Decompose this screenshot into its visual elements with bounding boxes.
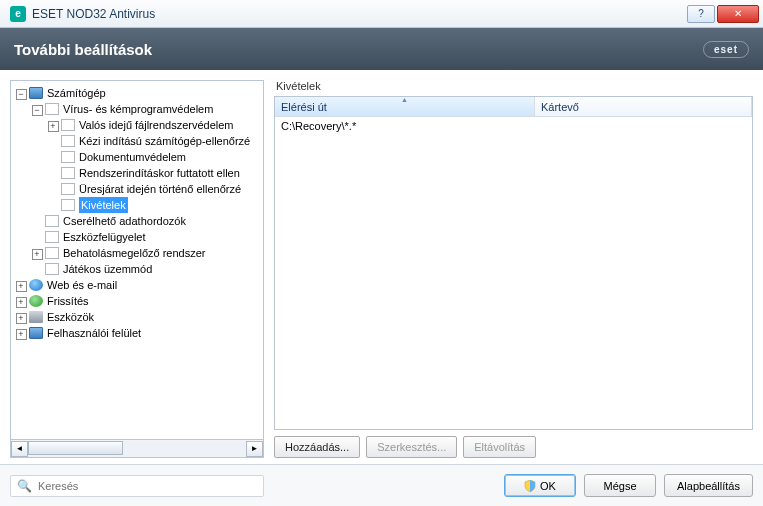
search-input[interactable] — [38, 480, 257, 492]
tools-icon — [29, 311, 43, 323]
page-icon — [61, 119, 75, 131]
page-icon — [45, 103, 59, 115]
footer: 🔍 OK Mégse Alapbeállítás — [0, 464, 763, 506]
window-title: ESET NOD32 Antivirus — [32, 7, 155, 21]
cell-path: C:\Recovery\*.* — [275, 118, 535, 134]
page-icon — [45, 215, 59, 227]
tree-pane: − Számítógép − Vírus- és kémprogramvédel… — [0, 70, 270, 464]
titlebar: e ESET NOD32 Antivirus ? ✕ — [0, 0, 763, 28]
shield-icon — [524, 480, 536, 492]
close-button[interactable]: ✕ — [717, 5, 759, 23]
cell-threat — [535, 124, 752, 128]
expand-icon[interactable]: + — [16, 313, 27, 324]
ok-button[interactable]: OK — [504, 474, 576, 497]
tree-node-hips[interactable]: + Behatolásmegelőző rendszer — [13, 245, 261, 261]
tree-node-computer[interactable]: − Számítógép — [13, 85, 261, 101]
tree-node-realtime[interactable]: + Valós idejű fájlrendszervédelem — [13, 117, 261, 133]
page-icon — [61, 151, 75, 163]
column-path[interactable]: Elérési út — [275, 97, 535, 116]
scroll-thumb[interactable] — [28, 441, 123, 455]
tree-node-removable[interactable]: Cserélhető adathordozók — [13, 213, 261, 229]
list-row[interactable]: C:\Recovery\*.* — [275, 117, 752, 135]
tree-node-web[interactable]: + Web és e-mail — [13, 277, 261, 293]
page-icon — [61, 183, 75, 195]
expand-icon[interactable]: + — [16, 329, 27, 340]
search-icon: 🔍 — [17, 479, 32, 493]
expand-icon[interactable]: + — [16, 281, 27, 292]
tree-node-exceptions[interactable]: Kivételek — [13, 197, 261, 213]
header: További beállítások eset — [0, 28, 763, 70]
collapse-icon[interactable]: − — [16, 89, 27, 100]
monitor-icon — [29, 87, 43, 99]
tree-node-ui[interactable]: + Felhasználói felület — [13, 325, 261, 341]
tree-node-manual[interactable]: Kézi indítású számítógép-ellenőrzé — [13, 133, 261, 149]
list-header: Elérési út Kártevő — [275, 97, 752, 117]
scroll-right-button[interactable]: ► — [246, 441, 263, 457]
page-icon — [61, 167, 75, 179]
page-icon — [45, 247, 59, 259]
expand-icon[interactable]: + — [48, 121, 59, 132]
cancel-button[interactable]: Mégse — [584, 474, 656, 497]
page-icon — [61, 135, 75, 147]
help-button[interactable]: ? — [687, 5, 715, 23]
tree-node-update[interactable]: + Frissítés — [13, 293, 261, 309]
remove-button[interactable]: Eltávolítás — [463, 436, 536, 458]
default-button[interactable]: Alapbeállítás — [664, 474, 753, 497]
group-label: Kivételek — [274, 80, 753, 92]
content-pane: Kivételek Elérési út Kártevő C:\Recovery… — [270, 70, 763, 464]
tree-node-tools[interactable]: + Eszközök — [13, 309, 261, 325]
expand-icon[interactable]: + — [32, 249, 43, 260]
page-icon — [45, 231, 59, 243]
column-threat[interactable]: Kártevő — [535, 97, 752, 116]
page-title: További beállítások — [14, 41, 152, 58]
tree-hscrollbar[interactable]: ◄ ► — [10, 440, 264, 458]
eset-logo: eset — [703, 41, 749, 58]
refresh-icon — [29, 295, 43, 307]
tree-node-docprot[interactable]: Dokumentumvédelem — [13, 149, 261, 165]
add-button[interactable]: Hozzáadás... — [274, 436, 360, 458]
monitor-icon — [29, 327, 43, 339]
edit-button[interactable]: Szerkesztés... — [366, 436, 457, 458]
scroll-left-button[interactable]: ◄ — [11, 441, 28, 457]
tree-node-device[interactable]: Eszközfelügyelet — [13, 229, 261, 245]
collapse-icon[interactable]: − — [32, 105, 43, 116]
search-box[interactable]: 🔍 — [10, 475, 264, 497]
tree-node-idle[interactable]: Üresjárat idején történő ellenőrzé — [13, 181, 261, 197]
exceptions-list[interactable]: Elérési út Kártevő C:\Recovery\*.* — [274, 96, 753, 430]
tree-node-startup[interactable]: Rendszerindításkor futtatott ellen — [13, 165, 261, 181]
page-icon — [45, 263, 59, 275]
settings-tree[interactable]: − Számítógép − Vírus- és kémprogramvédel… — [11, 81, 263, 345]
tree-node-virus[interactable]: − Vírus- és kémprogramvédelem — [13, 101, 261, 117]
globe-icon — [29, 279, 43, 291]
app-icon: e — [10, 6, 26, 22]
page-icon — [61, 199, 75, 211]
expand-icon[interactable]: + — [16, 297, 27, 308]
tree-node-gamer[interactable]: Játékos üzemmód — [13, 261, 261, 277]
